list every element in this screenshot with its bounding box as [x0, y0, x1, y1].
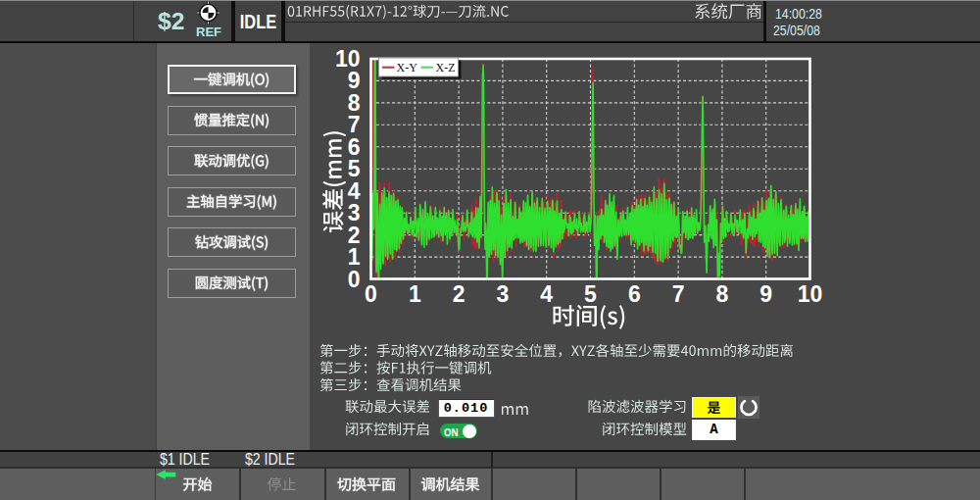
svg-text:0: 0 [348, 267, 361, 292]
svg-text:2: 2 [348, 223, 361, 248]
svg-text:4: 4 [348, 178, 361, 204]
svg-text:4: 4 [540, 281, 553, 307]
svg-text:5: 5 [584, 281, 597, 307]
svg-text:1: 1 [409, 281, 421, 307]
svg-text:5: 5 [348, 156, 361, 181]
svg-text:3: 3 [348, 200, 361, 225]
svg-text:10: 10 [798, 281, 823, 307]
svg-text:1: 1 [348, 244, 361, 270]
svg-text:8: 8 [348, 90, 361, 116]
svg-text:3: 3 [497, 281, 510, 307]
svg-text:8: 8 [716, 281, 729, 307]
svg-text:6: 6 [348, 134, 361, 160]
svg-text:9: 9 [348, 68, 361, 93]
svg-text:X-Z: X-Z [436, 61, 456, 75]
svg-text:6: 6 [628, 281, 641, 307]
svg-text:7: 7 [348, 112, 361, 137]
svg-text:7: 7 [672, 281, 685, 307]
svg-text:0: 0 [365, 281, 377, 307]
svg-text:2: 2 [453, 281, 466, 307]
svg-text:9: 9 [760, 281, 772, 307]
svg-text:X-Y: X-Y [397, 61, 418, 75]
svg-text:10: 10 [335, 46, 361, 72]
